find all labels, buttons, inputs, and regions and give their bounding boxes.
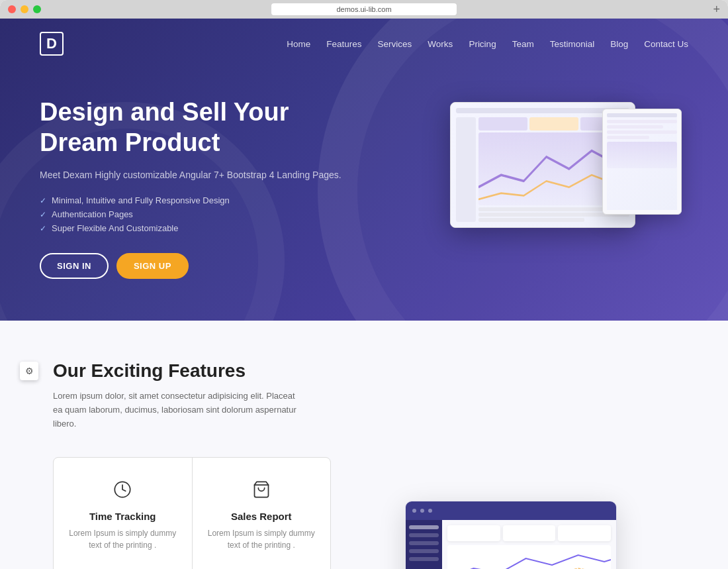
signup-button[interactable]: SIGN UP <box>116 253 189 279</box>
close-button[interactable] <box>8 5 16 13</box>
tablet-topbar <box>607 113 677 117</box>
gear-icon: ⚙ <box>25 366 34 376</box>
features-desc: Lorem ipsum dolor, sit amet consectetur … <box>53 389 304 431</box>
features-cards: Time Tracking Lorem Ipsum is simply dumm… <box>53 457 331 569</box>
feature-card-sales-report: Sales Report Lorem Ipsum is simply dummy… <box>193 458 331 569</box>
dash-stat-1 <box>447 525 500 541</box>
hero-text: Design and Sell Your Dream Product Meet … <box>40 97 364 279</box>
hero-features-list: Minimal, Intuitive and Fully Responsive … <box>40 195 364 233</box>
dash-chart <box>447 545 611 569</box>
hero-feature-1: Minimal, Intuitive and Fully Responsive … <box>40 195 364 205</box>
nav-logo[interactable]: D <box>40 32 64 56</box>
stat-1 <box>478 117 527 130</box>
tablet-row-3 <box>607 130 677 134</box>
tablet-row-2 <box>607 125 663 129</box>
hero-feature-2: Authentication Pages <box>40 209 364 219</box>
dash-nav-4 <box>409 549 439 553</box>
tablet-screen <box>607 113 677 210</box>
sales-report-name: Sales Report <box>231 511 292 522</box>
nav-link-blog[interactable]: Blog <box>610 39 628 49</box>
nav-link-testimonial[interactable]: Testimonial <box>550 39 595 49</box>
dash-dot-2 <box>420 509 424 513</box>
tablet-row-4 <box>607 136 649 139</box>
dash-stats <box>447 525 611 541</box>
features-right <box>347 457 675 569</box>
time-tracking-text: Lorem Ipsum is simply dummy text of the … <box>67 527 179 551</box>
nav-item-features[interactable]: Features <box>326 38 361 50</box>
nav-link-works[interactable]: Works <box>428 39 453 49</box>
features-section: Our Exciting Features Lorem ipsum dolor,… <box>0 321 728 569</box>
browser-window: demos.ui-lib.com + ⚙ D Home Features Ser… <box>0 0 728 569</box>
features-grid-row: Time Tracking Lorem Ipsum is simply dumm… <box>53 457 675 569</box>
hero-content: Design and Sell Your Dream Product Meet … <box>40 69 688 321</box>
hero-mockup <box>364 95 688 281</box>
dash-stat-2 <box>503 525 556 541</box>
hero-buttons: SIGN IN SIGN UP <box>40 253 364 279</box>
dashboard-mockup <box>405 501 617 569</box>
dash-nav-5 <box>409 557 439 561</box>
hero-title: Design and Sell Your Dream Product <box>40 97 364 158</box>
nav-item-testimonial[interactable]: Testimonial <box>550 38 595 50</box>
hero-feature-3: Super Flexible And Customizable <box>40 223 364 233</box>
nav-item-contact[interactable]: Contact Us <box>644 38 688 50</box>
nav-item-blog[interactable]: Blog <box>610 38 628 50</box>
hero-section: D Home Features Services Works Pricing T… <box>0 19 728 321</box>
gear-button[interactable]: ⚙ <box>20 362 38 380</box>
dash-dot-1 <box>412 509 416 513</box>
maximize-button[interactable] <box>33 5 41 13</box>
nav-link-services[interactable]: Services <box>378 39 412 49</box>
table-row-3 <box>478 218 584 222</box>
features-header: Our Exciting Features Lorem ipsum dolor,… <box>53 360 675 431</box>
dash-body <box>406 520 616 569</box>
features-grid: Time Tracking Lorem Ipsum is simply dumm… <box>53 457 331 569</box>
time-tracking-icon <box>109 476 136 503</box>
dash-stat-3 <box>558 525 611 541</box>
signin-button[interactable]: SIGN IN <box>40 253 109 279</box>
hero-subtitle: Meet Dexam Highly customizable Angular 7… <box>40 168 364 182</box>
hero-tablet-mockup <box>602 109 682 215</box>
dash-nav-3 <box>409 541 439 545</box>
sales-report-icon <box>248 476 275 503</box>
features-title: Our Exciting Features <box>53 360 675 382</box>
sales-report-text: Lorem Ipsum is simply dummy text of the … <box>206 527 318 551</box>
nav-link-team[interactable]: Team <box>512 39 534 49</box>
stat-2 <box>529 117 578 130</box>
navigation: D Home Features Services Works Pricing T… <box>40 19 688 69</box>
url-bar[interactable]: demos.ui-lib.com <box>271 3 457 15</box>
nav-link-home[interactable]: Home <box>287 39 310 49</box>
dash-main <box>442 520 616 569</box>
dash-topbar <box>406 501 616 520</box>
nav-link-pricing[interactable]: Pricing <box>469 39 496 49</box>
nav-links: Home Features Services Works Pricing Tea… <box>287 38 688 50</box>
minimize-button[interactable] <box>21 5 28 13</box>
titlebar: demos.ui-lib.com + <box>0 0 728 19</box>
time-tracking-name: Time Tracking <box>89 511 156 522</box>
new-tab-button[interactable]: + <box>713 3 720 15</box>
dash-nav-2 <box>409 533 439 537</box>
nav-link-contact[interactable]: Contact Us <box>644 39 688 49</box>
nav-item-home[interactable]: Home <box>287 38 310 50</box>
dash-chart-svg <box>447 545 611 569</box>
tablet-row-1 <box>607 120 677 123</box>
mock-sidebar <box>456 117 476 222</box>
nav-item-team[interactable]: Team <box>512 38 534 50</box>
nav-item-services[interactable]: Services <box>378 38 412 50</box>
feature-card-time-tracking: Time Tracking Lorem Ipsum is simply dumm… <box>54 458 192 569</box>
tablet-chart <box>607 142 677 168</box>
nav-item-works[interactable]: Works <box>428 38 453 50</box>
nav-item-pricing[interactable]: Pricing <box>469 38 496 50</box>
dash-nav-1 <box>409 525 439 529</box>
url-text: demos.ui-lib.com <box>336 5 391 13</box>
nav-link-features[interactable]: Features <box>326 39 361 49</box>
dash-dot-3 <box>428 509 432 513</box>
dash-sidebar <box>406 520 442 569</box>
